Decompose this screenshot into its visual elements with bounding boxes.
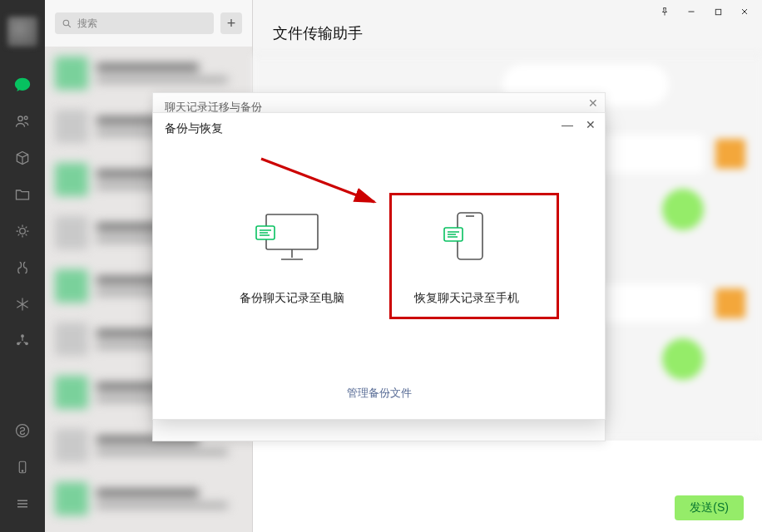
pc-icon — [255, 208, 329, 266]
channels-icon[interactable] — [12, 258, 32, 278]
search-row: 搜索 + — [45, 0, 252, 47]
add-button[interactable]: + — [220, 12, 242, 34]
phone-icon[interactable] — [12, 457, 32, 477]
window-titlebar — [253, 0, 762, 23]
pin-button[interactable] — [652, 2, 677, 22]
dialog-backup-restore: 备份与恢复 — ✕ 备份聊天记录至电脑 — [152, 112, 606, 420]
dialog-minimize-button[interactable]: — — [560, 118, 575, 131]
avatar[interactable] — [7, 17, 37, 47]
snowflake-icon[interactable] — [12, 294, 32, 314]
manage-backups-link[interactable]: 管理备份文件 — [347, 387, 412, 399]
svg-point-1 — [24, 116, 27, 120]
chat-title: 文件传输助手 — [253, 23, 762, 55]
phone-restore-icon — [429, 208, 504, 266]
search-placeholder: 搜索 — [77, 17, 97, 31]
nav-rail — [0, 0, 45, 532]
chat-icon[interactable] — [12, 75, 32, 95]
search-input[interactable]: 搜索 — [55, 12, 214, 34]
option-restore-label: 恢复聊天记录至手机 — [414, 291, 519, 306]
option-backup-label: 备份聊天记录至电脑 — [240, 291, 344, 306]
svg-point-3 — [22, 335, 24, 337]
svg-point-2 — [20, 229, 26, 234]
svg-point-9 — [63, 20, 69, 26]
search-icon — [62, 18, 72, 29]
svg-rect-10 — [715, 9, 720, 14]
svg-point-8 — [22, 470, 23, 472]
dialog-back-close[interactable]: ✕ — [588, 96, 598, 110]
miniprogram-icon[interactable] — [12, 421, 32, 441]
maximize-button[interactable] — [705, 2, 730, 22]
svg-point-0 — [18, 116, 22, 121]
message-input-area[interactable]: 发送(S) — [253, 441, 762, 532]
close-button[interactable] — [732, 2, 757, 22]
discover-icon[interactable] — [12, 331, 32, 351]
dialog-title: 备份与恢复 — [165, 121, 223, 136]
folder-icon[interactable] — [12, 185, 32, 204]
menu-icon[interactable] — [12, 494, 32, 514]
dialog-close-button[interactable]: ✕ — [583, 118, 598, 131]
moments-icon[interactable] — [12, 221, 32, 241]
minimize-button[interactable] — [679, 2, 704, 22]
packages-icon[interactable] — [12, 148, 32, 168]
list-item[interactable] — [45, 472, 252, 525]
option-backup-to-pc[interactable]: 备份聊天记录至电脑 — [205, 186, 379, 328]
option-restore-to-phone[interactable]: 恢复聊天记录至手机 — [379, 186, 554, 328]
send-button[interactable]: 发送(S) — [675, 495, 744, 520]
contacts-icon[interactable] — [12, 111, 32, 131]
